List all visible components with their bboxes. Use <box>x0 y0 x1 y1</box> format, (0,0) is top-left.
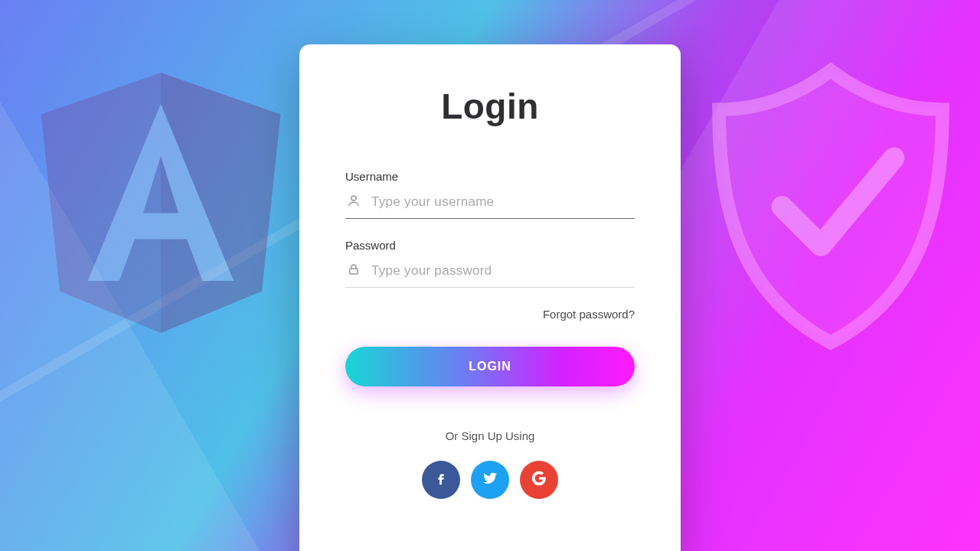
page-title: Login <box>345 86 635 127</box>
lock-icon <box>347 262 361 279</box>
password-label: Password <box>345 239 635 252</box>
twitter-icon <box>482 470 498 490</box>
forgot-password-link[interactable]: Forgot password? <box>345 308 635 321</box>
password-field: Password <box>345 239 635 288</box>
shield-check-icon <box>704 54 957 360</box>
facebook-icon <box>433 470 449 490</box>
login-card: Login Username Password <box>299 44 681 551</box>
login-button[interactable]: LOGIN <box>345 347 635 386</box>
angular-logo-icon <box>31 61 291 344</box>
social-divider-text: Or Sign Up Using <box>345 429 635 442</box>
google-button[interactable] <box>520 461 558 499</box>
svg-point-2 <box>351 196 356 201</box>
twitter-button[interactable] <box>471 461 509 499</box>
social-buttons <box>345 461 635 499</box>
svg-rect-3 <box>350 269 358 274</box>
username-label: Username <box>345 170 635 183</box>
google-icon <box>531 470 547 490</box>
username-input-wrap <box>345 187 635 219</box>
password-input[interactable] <box>371 263 633 279</box>
page-background: Login Username Password <box>0 0 980 551</box>
username-field: Username <box>345 170 635 219</box>
facebook-button[interactable] <box>422 461 460 499</box>
user-icon <box>347 194 361 210</box>
password-input-wrap <box>345 256 635 288</box>
username-input[interactable] <box>371 194 633 210</box>
